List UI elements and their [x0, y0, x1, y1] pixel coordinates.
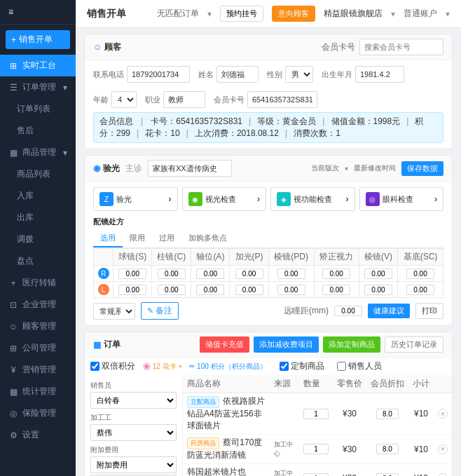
order-body: 销售员 白铃春 加工工 蔡伟 附加费用 附加费用: [85, 375, 452, 476]
sidebar-item-enterprise[interactable]: ⊡ 企业管理: [0, 294, 76, 315]
new-order-button[interactable]: + 销售开单: [6, 30, 70, 49]
sidebar-item-settings[interactable]: ⚙ 设置: [0, 424, 76, 446]
distributor-checkbox[interactable]: 销售人员: [337, 360, 382, 372]
col-source: 来源: [270, 375, 299, 393]
delete-row-2[interactable]: ×: [438, 444, 448, 454]
add-products-button[interactable]: 添加定制商品: [323, 336, 380, 353]
custom-products-input[interactable]: [280, 362, 289, 371]
reserve-button[interactable]: 预约挂号: [220, 6, 263, 22]
optometry-card-header: ◉ 验光 主诊 当前版次 ▾ 最新修改时间 保存数据: [85, 156, 452, 182]
birthdate-field: 出生年月: [322, 66, 404, 83]
occupation-input[interactable]: [163, 91, 205, 108]
cylinder-header: 柱镜(C): [152, 249, 191, 266]
right-eye-row: R: [94, 266, 443, 282]
sidebar-item-product-list[interactable]: 商品列表: [0, 163, 76, 185]
sidebar-item-order-list[interactable]: 订单列表: [0, 98, 76, 120]
extra-fee-select[interactable]: 附加费用: [90, 456, 177, 473]
print-button[interactable]: 打印: [415, 303, 443, 319]
sidebar-item-stock[interactable]: 盘点: [0, 250, 76, 272]
customer-card-body: 联系电话 姓名 性别 男 出生年月: [85, 60, 452, 149]
card-input[interactable]: [247, 91, 317, 108]
tab-over[interactable]: 过用: [152, 230, 181, 247]
phone-field: 联系电话: [93, 66, 190, 83]
sidebar-item-medical[interactable]: + 医疗转辅: [0, 272, 76, 294]
optometry-card-title: ◉ 验光 主诊: [93, 160, 232, 177]
save-data-button[interactable]: 保存数据: [401, 161, 443, 176]
dual-points-input[interactable]: [90, 362, 99, 371]
optometry-card-visual-func[interactable]: ◈ 视功能检查 ›: [270, 187, 355, 211]
product-del-3: ×: [434, 464, 452, 477]
tab-limit[interactable]: 限用: [123, 230, 152, 247]
sidebar-item-returns[interactable]: 售后: [0, 120, 76, 142]
member-card-input[interactable]: [359, 39, 443, 55]
salesperson-field: 销售员 白铃春: [90, 381, 177, 409]
frame-select[interactable]: 常规系: [93, 303, 135, 320]
ipd-input[interactable]: [334, 306, 362, 316]
sidebar-item-check[interactable]: 调拨: [0, 229, 76, 250]
distributor-input[interactable]: [337, 362, 346, 371]
optometry-card-visual[interactable]: ◉ 视光检查 ›: [182, 187, 267, 211]
dual-points-checkbox[interactable]: 双倍积分: [90, 360, 135, 372]
left-vision: [314, 282, 359, 298]
sidebar-item-insurance[interactable]: ◎ 保险管理: [0, 402, 76, 424]
delete-row-3[interactable]: ×: [438, 473, 448, 476]
gender-select[interactable]: 男: [285, 66, 313, 83]
sidebar-item-member[interactable]: ☺ 顾客管理: [0, 315, 76, 337]
right-base: [398, 266, 443, 282]
product-source-1: [270, 393, 299, 435]
sidebar-item-company[interactable]: ⊞ 公司管理: [0, 337, 76, 359]
birthdate-input[interactable]: [355, 66, 404, 83]
card-swipe-button[interactable]: 储值卡充值: [200, 336, 249, 353]
processor-select[interactable]: 蔡伟: [90, 424, 177, 441]
sidebar-item-inbound[interactable]: 入库: [0, 185, 76, 207]
optometry-header-right: 当前版次 ▾ 最新修改时间 保存数据: [311, 161, 443, 176]
member-icon: ☺: [8, 322, 18, 332]
sidebar-item-orders[interactable]: ☰ 订单管理 ▾: [0, 76, 76, 98]
sidebar-item-outbound[interactable]: 出库: [0, 207, 76, 229]
tab-select[interactable]: 选用: [93, 230, 123, 247]
member-info-bar: 会员信息 | 卡号：6541635732S831 | 等级：黄金会员 | 储值金…: [93, 112, 443, 143]
consult-button[interactable]: 意向顾客: [272, 6, 315, 22]
eye-exam-icon: ◎: [366, 192, 380, 206]
products-icon: ▦: [8, 148, 18, 158]
product-table: 商品名称 来源 数量 零售价 会员折扣 小计: [183, 375, 452, 476]
product-subtotal-3: ¥10: [408, 464, 434, 477]
sidebar-item-realtime[interactable]: ⊞ 实时工台: [0, 55, 76, 76]
left-prism-v: [359, 282, 397, 298]
host-input[interactable]: [148, 160, 232, 177]
processor-field: 加工工 蔡伟: [90, 413, 177, 441]
sidebar-item-stats[interactable]: ▦ 统计管理: [0, 381, 76, 402]
product-source-2: 加工中心: [270, 435, 299, 464]
order-right-panel: 商品名称 来源 数量 零售价 会员折扣 小计: [183, 375, 452, 476]
prescription-title: 配镜处方: [93, 217, 443, 227]
prescription-tabs: 选用 限用 过用 加购多焦点: [93, 230, 443, 248]
delete-row-1[interactable]: ×: [438, 409, 448, 419]
occupation-field: 职业: [145, 91, 205, 108]
salesperson-select[interactable]: 白铃春: [90, 392, 177, 409]
age-field: 年龄 41: [93, 91, 137, 108]
medical-icon: +: [8, 278, 18, 288]
realtime-icon: ⊞: [8, 61, 18, 71]
optometry-card-optometry[interactable]: Z 验光 ›: [93, 187, 178, 211]
age-select[interactable]: 41: [111, 91, 137, 108]
customer-card: ☺ 顾客 会员卡号 联系电话 姓名: [84, 34, 453, 149]
product-name-1: 立配商品 依视路膜片钻品A4防蓝光156非球面镜片: [183, 393, 270, 435]
name-field: 姓名: [198, 66, 259, 83]
phone-input[interactable]: [127, 66, 190, 83]
annotation-button[interactable]: ✎ 备注: [141, 302, 179, 320]
optometry-icon: ◉: [93, 163, 100, 173]
tab-multifocal[interactable]: 加购多焦点: [181, 230, 234, 247]
history-button[interactable]: 历史订单记录: [385, 336, 443, 353]
sidebar-item-finance[interactable]: ¥ 营销管理: [0, 359, 76, 381]
sidebar-item-products[interactable]: ▦ 商品管理 ▾: [0, 142, 76, 163]
extra-fee-field: 附加费用 附加费用 全部: [90, 445, 177, 476]
name-input[interactable]: [216, 66, 259, 83]
add-fees-button[interactable]: 添加减收费项目: [254, 336, 319, 353]
right-prism-v: [359, 266, 397, 282]
custom-products-checkbox[interactable]: 定制商品: [280, 360, 324, 372]
right-eye-label: R: [94, 266, 113, 282]
product-source-3: 加工中心 1: [270, 464, 299, 477]
product-name-3: 韩国超米镜片也01.74超薄UV防蓝光: [183, 464, 270, 477]
recommend-button[interactable]: 健康建议: [368, 304, 410, 318]
optometry-card-eye-exam[interactable]: ◎ 眼科检查 ›: [359, 187, 444, 211]
